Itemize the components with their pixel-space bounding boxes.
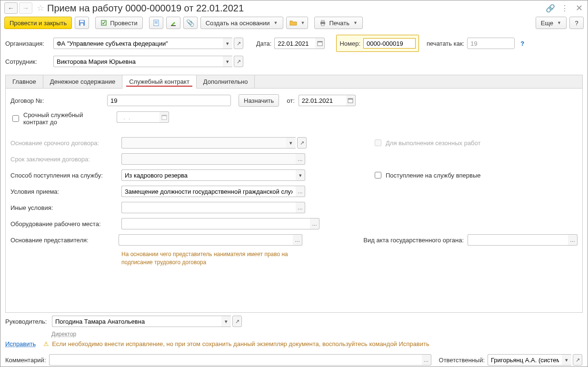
nav-back-button[interactable]: ← <box>4 2 18 14</box>
repr-basis-field[interactable]: … <box>119 234 302 246</box>
document-icon <box>153 20 159 26</box>
equipment-input[interactable] <box>121 218 310 229</box>
conditions-label: Условия приема: <box>10 188 118 195</box>
calendar-button[interactable] <box>315 38 325 49</box>
from-date-input[interactable] <box>299 95 346 106</box>
urgent-date-input[interactable] <box>117 111 159 123</box>
create-based-button[interactable]: Создать на основании ▼ <box>200 17 283 29</box>
save-button[interactable] <box>75 17 89 29</box>
ellipsis-button[interactable]: … <box>568 234 578 246</box>
number-input[interactable] <box>363 38 416 49</box>
ellipsis-button[interactable]: … <box>296 186 305 197</box>
fix-hint: Если необходимо внести исправление, но п… <box>52 340 429 347</box>
employee-input[interactable] <box>53 56 223 67</box>
attach-button[interactable]: 📎 <box>183 17 198 29</box>
responsible-field[interactable]: ▾ ↗ <box>488 354 583 366</box>
calendar-icon <box>317 40 323 46</box>
print-button[interactable]: Печать ▼ <box>314 17 363 29</box>
svg-rect-15 <box>348 99 353 99</box>
conditions-field[interactable]: … <box>121 186 307 197</box>
responsible-label: Ответственный: <box>439 357 485 364</box>
svg-rect-8 <box>171 25 176 26</box>
conditions-input[interactable] <box>121 186 296 197</box>
post-icon <box>100 20 107 26</box>
ellipsis-button[interactable]: … <box>293 234 302 246</box>
tab-salary[interactable]: Денежное содержание <box>43 75 122 88</box>
open-button[interactable]: ↗ <box>234 56 243 67</box>
manager-position-link[interactable]: Директор <box>51 331 583 337</box>
tab-contract[interactable]: Служебный контракт <box>122 75 197 89</box>
more-menu-icon[interactable]: ⋮ <box>560 4 569 13</box>
employee-field[interactable]: ▾ ↗ <box>53 56 244 67</box>
help-button[interactable]: ? <box>569 17 584 29</box>
document-mode-button[interactable] <box>149 17 163 29</box>
dropdown-button: ▾ <box>286 137 296 149</box>
tab-additional[interactable]: Дополнительно <box>197 75 255 88</box>
calendar-button[interactable] <box>159 111 169 123</box>
dropdown-button[interactable]: ▾ <box>296 169 305 181</box>
ellipsis-button[interactable]: … <box>422 354 431 366</box>
dropdown-button[interactable]: ▾ <box>562 354 571 366</box>
assign-label: Назначить <box>244 97 274 104</box>
calendar-button[interactable] <box>346 95 356 106</box>
print-as-input[interactable] <box>467 38 515 49</box>
ellipsis-button[interactable]: … <box>310 218 319 229</box>
nav-forward-button[interactable]: → <box>19 2 32 14</box>
dropdown-button[interactable]: ▾ <box>223 56 232 67</box>
fix-link[interactable]: Исправить <box>5 340 36 347</box>
from-date-field[interactable] <box>299 95 356 106</box>
entry-method-input[interactable] <box>121 169 296 181</box>
act-type-field[interactable]: … <box>468 234 578 246</box>
act-type-input[interactable] <box>468 234 568 246</box>
marker-icon <box>170 20 177 26</box>
comment-input[interactable] <box>49 354 422 366</box>
help-icon[interactable]: ? <box>520 40 524 47</box>
first-time-checkbox[interactable] <box>375 172 381 179</box>
svg-rect-10 <box>321 20 324 22</box>
first-time-label: Поступление на службу впервые <box>386 172 481 179</box>
close-icon[interactable]: ✕ <box>574 3 584 13</box>
entry-method-field[interactable]: ▾ <box>121 169 307 181</box>
manager-input[interactable] <box>52 316 221 327</box>
other-cond-field[interactable]: … <box>121 202 307 213</box>
svg-rect-11 <box>321 24 324 26</box>
more-button[interactable]: Еще ▼ <box>536 17 567 29</box>
org-input[interactable] <box>53 38 223 49</box>
favorite-star-icon[interactable]: ☆ <box>37 3 44 13</box>
folder-action-button[interactable]: ▼ <box>286 17 309 29</box>
open-button[interactable]: ↗ <box>232 316 242 327</box>
assign-button[interactable]: Назначить <box>239 94 279 107</box>
urgent-date-field[interactable] <box>117 111 169 123</box>
repr-basis-hint: На основании чего представитель нанимате… <box>121 250 312 267</box>
urgent-checkbox-group[interactable]: Срочный служебный контракт до <box>10 111 113 126</box>
repr-basis-input[interactable] <box>119 234 293 246</box>
comment-field[interactable]: … <box>49 354 431 366</box>
first-time-checkbox-group[interactable]: Поступление на службу впервые <box>373 170 481 180</box>
date-field[interactable] <box>274 38 325 49</box>
urgent-checkbox[interactable] <box>12 115 19 122</box>
term-field: … <box>121 153 307 165</box>
equipment-field[interactable]: … <box>121 218 321 229</box>
open-button[interactable]: ↗ <box>573 354 582 366</box>
post-button[interactable]: Провести <box>95 17 143 29</box>
highlight-button[interactable] <box>166 17 180 29</box>
calendar-icon <box>348 98 353 103</box>
date-input[interactable] <box>274 38 315 49</box>
ellipsis-button: … <box>296 153 305 165</box>
dropdown-button[interactable]: ▾ <box>223 38 232 49</box>
ellipsis-button[interactable]: … <box>296 202 305 213</box>
responsible-input[interactable] <box>488 354 562 366</box>
paperclip-icon: 📎 <box>186 19 194 27</box>
link-icon[interactable]: 🔗 <box>546 4 555 13</box>
manager-field[interactable]: ▾ ↗ <box>52 316 242 327</box>
org-field[interactable]: ▾ ↗ <box>53 38 244 49</box>
act-type-label: Вид акта государственного органа: <box>363 237 464 244</box>
calendar-icon <box>161 114 167 120</box>
other-cond-input[interactable] <box>121 202 296 213</box>
post-and-close-button[interactable]: Провести и закрыть <box>4 17 72 29</box>
open-button[interactable]: ↗ <box>234 38 243 49</box>
contract-no-input[interactable] <box>107 95 231 106</box>
tab-main[interactable]: Главное <box>6 75 43 88</box>
dropdown-button[interactable]: ▾ <box>221 316 231 327</box>
svg-rect-17 <box>162 115 167 116</box>
